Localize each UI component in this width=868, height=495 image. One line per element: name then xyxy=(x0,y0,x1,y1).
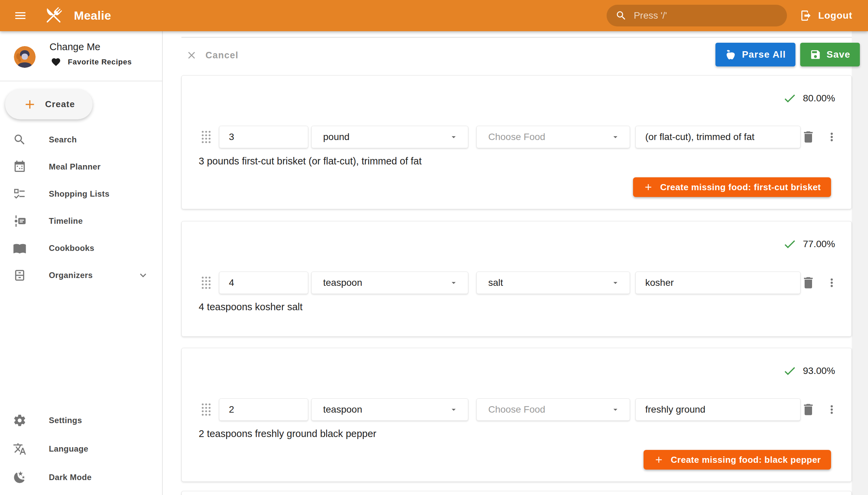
drag-handle[interactable] xyxy=(201,130,211,144)
confidence-indicator: 77.00% xyxy=(783,237,835,251)
ingredient-fields-row: teaspoon Choose Food xyxy=(182,398,851,421)
note-input[interactable] xyxy=(635,272,801,294)
quantity-input[interactable] xyxy=(219,398,308,421)
unit-select[interactable]: teaspoon xyxy=(311,398,468,421)
gear-icon xyxy=(13,414,27,427)
confidence-value: 80.00% xyxy=(803,93,835,104)
drag-handle-icon xyxy=(201,131,211,143)
confidence-value: 93.00% xyxy=(803,365,835,376)
dropdown-caret-icon xyxy=(449,132,458,142)
drag-handle-icon xyxy=(201,276,211,289)
drag-handle[interactable] xyxy=(201,403,211,417)
create-button[interactable]: Create xyxy=(5,89,92,119)
hamburger-menu-button[interactable] xyxy=(14,8,29,23)
hamburger-icon xyxy=(14,9,27,22)
create-missing-food-button[interactable]: Create missing food: first-cut brisket xyxy=(633,177,831,197)
original-ingredient-text: 4 teaspoons kosher salt xyxy=(199,302,303,312)
user-name[interactable]: Change Me xyxy=(50,41,100,53)
food-select[interactable]: Choose Food xyxy=(476,398,630,421)
sidebar-item-timeline[interactable]: Timeline xyxy=(0,207,162,235)
more-options-button[interactable] xyxy=(825,403,839,416)
create-missing-food-button[interactable]: Create missing food: black pepper xyxy=(644,450,831,470)
toolbar-actions: Parse All Save xyxy=(715,43,860,66)
logout-button[interactable]: Logout xyxy=(800,10,852,22)
original-ingredient-text: 3 pounds first-cut brisket (or flat-cut)… xyxy=(199,156,422,167)
close-icon xyxy=(186,50,197,61)
plus-icon xyxy=(654,455,664,465)
sidebar-divider xyxy=(0,81,162,81)
drag-handle[interactable] xyxy=(201,276,211,290)
unit-select[interactable]: teaspoon xyxy=(311,272,468,294)
more-options-button[interactable] xyxy=(825,276,839,290)
search-bar[interactable] xyxy=(607,5,787,27)
ingredient-card: 80.00% pound Choose Food xyxy=(182,75,852,209)
delete-button[interactable] xyxy=(801,402,816,417)
ingredient-card: 77.00% teaspoon salt xyxy=(182,221,852,337)
delete-button[interactable] xyxy=(801,275,816,291)
delete-button[interactable] xyxy=(801,129,816,145)
book-open-icon xyxy=(13,241,27,255)
ingredient-list: 80.00% pound Choose Food xyxy=(182,75,852,495)
dropdown-caret-icon xyxy=(449,278,458,288)
more-options-button[interactable] xyxy=(825,130,839,144)
ingredient-fields-row: pound Choose Food xyxy=(182,126,851,148)
trash-icon xyxy=(801,402,816,417)
parse-all-button[interactable]: Parse All xyxy=(715,43,796,66)
sidebar-item-meal-planner[interactable]: Meal Planner xyxy=(0,153,162,181)
logout-icon xyxy=(800,10,812,22)
chevron-down-icon[interactable] xyxy=(137,269,149,281)
ingredient-card: 93.00% teaspoon Choose Food xyxy=(182,348,852,482)
dropdown-caret-icon xyxy=(611,132,620,142)
dropdown-caret-icon xyxy=(611,278,620,288)
favorite-recipes-link[interactable]: Favorite Recipes xyxy=(51,57,132,67)
sidebar-item-dark-mode[interactable]: Dark Mode xyxy=(0,463,162,492)
check-icon xyxy=(783,91,797,105)
sidebar-item-cookbooks[interactable]: Cookbooks xyxy=(0,235,162,262)
food-select[interactable]: Choose Food xyxy=(476,126,630,148)
magnify-icon xyxy=(13,133,27,147)
confidence-indicator: 80.00% xyxy=(783,91,835,105)
quantity-input[interactable] xyxy=(219,272,308,294)
dropdown-caret-icon xyxy=(611,405,620,414)
fork-knife-logo-icon xyxy=(43,5,64,27)
cancel-button[interactable]: Cancel xyxy=(186,46,239,64)
note-input[interactable] xyxy=(635,398,801,421)
sidebar-bottom-nav: Settings Language Dark Mode xyxy=(0,406,162,492)
original-ingredient-text: 2 teaspoons freshly ground black pepper xyxy=(199,428,376,439)
calendar-icon xyxy=(13,160,27,174)
ingredient-fields-row: teaspoon salt xyxy=(182,272,851,294)
sidebar-item-language[interactable]: Language xyxy=(0,434,162,463)
unit-select[interactable]: pound xyxy=(311,126,468,148)
logout-label: Logout xyxy=(818,10,852,21)
check-icon xyxy=(783,237,797,251)
drag-handle-icon xyxy=(201,403,211,416)
mealie-app: Mealie Logout Change Me Favorite Recipes… xyxy=(0,0,868,495)
food-select[interactable]: salt xyxy=(476,272,630,294)
confidence-indicator: 93.00% xyxy=(783,364,835,378)
app-title: Mealie xyxy=(74,9,111,22)
trash-icon xyxy=(801,130,816,144)
save-icon xyxy=(810,49,821,61)
cabinet-icon xyxy=(13,269,27,282)
quantity-input[interactable] xyxy=(219,126,308,148)
search-icon xyxy=(615,10,627,21)
scrollbar-gutter[interactable] xyxy=(852,31,868,495)
heart-icon xyxy=(51,57,61,67)
save-button[interactable]: Save xyxy=(800,43,860,66)
dropdown-caret-icon xyxy=(449,405,458,414)
plus-icon xyxy=(643,182,653,192)
main-content: Cancel Parse All Save 80.00% xyxy=(164,31,868,495)
sidebar-item-settings[interactable]: Settings xyxy=(0,406,162,434)
moon-icon xyxy=(13,471,27,484)
sidebar-item-organizers[interactable]: Organizers xyxy=(0,262,162,289)
sidebar: Change Me Favorite Recipes Create Search… xyxy=(0,31,163,495)
plus-icon xyxy=(23,97,37,112)
sidebar-item-shopping-lists[interactable]: Shopping Lists xyxy=(0,181,162,207)
search-input[interactable] xyxy=(634,10,778,21)
translate-icon xyxy=(13,442,27,456)
note-input[interactable] xyxy=(635,126,801,148)
sidebar-item-search[interactable]: Search xyxy=(0,126,162,153)
sidebar-nav: Search Meal Planner Shopping Lists Timel… xyxy=(0,126,162,289)
confidence-value: 77.00% xyxy=(803,239,835,250)
avatar[interactable] xyxy=(14,46,36,68)
